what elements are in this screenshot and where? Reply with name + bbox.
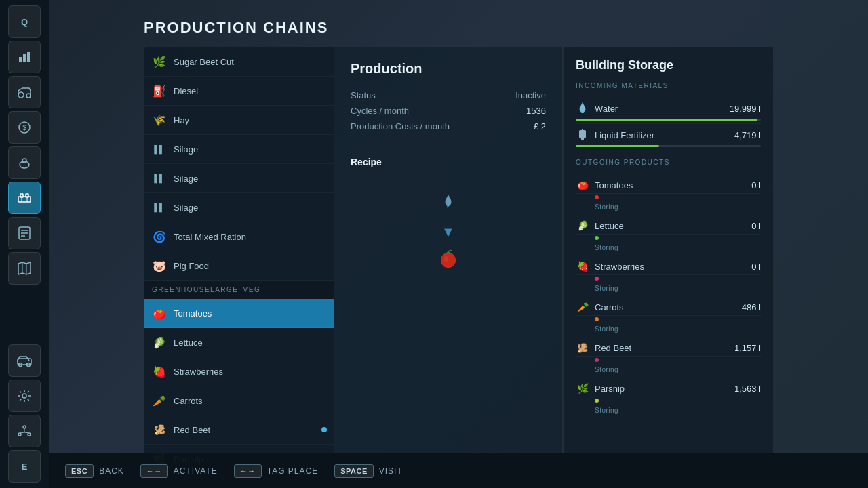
list-panel: 🌿 Sugar Beet Cut ⛽ Diesel 🌾 Hay ▌▌ Silag… (144, 47, 334, 474)
svg-rect-1 (23, 54, 26, 62)
sidebar-btn-e[interactable]: E (8, 450, 41, 483)
list-item-silage2[interactable]: ▌▌ Silage (144, 164, 334, 193)
recipe-input-icon (435, 192, 462, 219)
outgoing-header: OUTGOING PRODUCTS (576, 159, 761, 169)
list-item-pig-food[interactable]: 🐷 Pig Food (144, 251, 334, 281)
storage-title: Building Storage (576, 58, 761, 73)
costs-value: £ 2 (534, 121, 546, 131)
fertilizer-progress-fill (576, 145, 659, 147)
svg-rect-20 (18, 359, 31, 365)
tomatoes-out-name: Tomatoes (595, 180, 633, 190)
carrots-progress-row (576, 316, 761, 325)
sidebar-btn-settings[interactable] (8, 380, 41, 412)
list-item-tomatoes[interactable]: 🍅 Tomatoes (144, 299, 334, 328)
carrots-icon: 🥕 (152, 393, 167, 408)
sidebar-btn-production[interactable] (8, 182, 41, 214)
recipe-area: ▼ (351, 178, 546, 286)
parsnip-progress-row (576, 397, 761, 407)
list-item-strawberries[interactable]: 🍓 Strawberries (144, 357, 334, 386)
outgoing-tomatoes: 🍅 Tomatoes 0 l (576, 174, 761, 194)
sidebar-btn-q[interactable]: Q (8, 5, 41, 38)
outgoing-section: OUTGOING PRODUCTS 🍅 Tomatoes 0 l Storing (576, 159, 761, 418)
outgoing-carrots: 🥕 Carrots 486 l (576, 296, 761, 316)
hay-icon: 🌾 (152, 113, 167, 127)
stat-costs: Production Costs / month £ 2 (351, 121, 546, 131)
action-visit: SPACE VISIT (334, 464, 403, 478)
activate-key[interactable]: ←→ (140, 464, 168, 478)
outgoing-lettuce: 🥬 Lettuce 0 l (576, 215, 761, 235)
carrots-out-icon: 🥕 (576, 300, 589, 314)
back-label: BACK (99, 466, 124, 476)
parsnip-out-value: 1,563 l (734, 384, 761, 394)
list-item-total-mixed-ration[interactable]: 🌀 Total Mixed Ration (144, 222, 334, 251)
sidebar-btn-tasks[interactable] (8, 217, 41, 249)
list-item-sugar-beet-cut[interactable]: 🌿 Sugar Beet Cut (144, 47, 334, 77)
sidebar-btn-map[interactable] (8, 252, 41, 285)
incoming-fertilizer: Liquid Fertilizer 4,719 l (576, 124, 761, 150)
recipe-title: Recipe (351, 157, 546, 167)
list-item-silage1[interactable]: ▌▌ Silage (144, 135, 334, 164)
production-panel: Production Status Inactive Cycles / mont… (334, 47, 563, 474)
red-beet-progress-row (576, 357, 761, 366)
parsnip-storing: Storing (576, 407, 761, 418)
sidebar-btn-money[interactable]: $ (8, 111, 41, 144)
list-item-silage3[interactable]: ▌▌ Silage (144, 193, 334, 222)
action-activate: ←→ ACTIVATE (140, 464, 218, 478)
red-beet-icon: 🫚 (152, 422, 167, 437)
esc-key[interactable]: ESC (65, 464, 94, 478)
sidebar-btn-animals[interactable] (8, 146, 41, 179)
carrots-out-value: 486 l (742, 302, 761, 312)
red-beet-out-value: 1,157 l (734, 343, 761, 353)
list-item-carrots[interactable]: 🥕 Carrots (144, 386, 334, 415)
recipe-arrow-icon: ▼ (441, 224, 455, 240)
list-item-diesel[interactable]: ⛽ Diesel (144, 77, 334, 106)
sidebar-btn-network[interactable] (8, 415, 41, 447)
water-left: Water (576, 102, 618, 115)
strawberries-out-value: 0 l (751, 262, 761, 272)
lettuce-icon: 🥬 (152, 335, 167, 350)
water-icon (576, 102, 589, 115)
diesel-icon: ⛽ (152, 83, 167, 98)
lettuce-left: 🥬 Lettuce (576, 219, 624, 232)
recipe-output-icon (435, 245, 462, 272)
fertilizer-left: Liquid Fertilizer (576, 128, 654, 142)
parsnip-dot (595, 399, 599, 403)
carrots-left: 🥕 Carrots (576, 300, 624, 314)
list-item-hay[interactable]: 🌾 Hay (144, 106, 334, 135)
divider (351, 148, 546, 148)
page-title: PRODUCTION CHAINS (49, 0, 868, 47)
water-progress-bg (576, 119, 761, 121)
list-item-lettuce[interactable]: 🥬 Lettuce (144, 328, 334, 357)
water-value: 19,999 l (730, 104, 761, 114)
sidebar-btn-stats[interactable] (8, 41, 41, 73)
strawberries-out-icon: 🍓 (576, 260, 589, 273)
red-beet-out-icon: 🫚 (576, 341, 589, 354)
sidebar-btn-tractor[interactable] (8, 76, 41, 108)
lettuce-progress-row (576, 235, 761, 244)
tomatoes-dot (595, 195, 599, 199)
tag-key[interactable]: ←→ (234, 464, 262, 478)
strawberries-storing: Storing (576, 285, 761, 296)
parsnip-out-icon: 🌿 (576, 382, 589, 395)
svg-rect-2 (27, 52, 30, 62)
fertilizer-name: Liquid Fertilizer (595, 130, 654, 140)
strawberries-dot (595, 277, 599, 281)
red-beet-dot (321, 427, 327, 432)
lettuce-dot (595, 236, 599, 240)
incoming-header: INCOMING MATERIALS (576, 82, 761, 92)
carrots-dot (595, 317, 599, 321)
silage2-icon: ▌▌ (152, 171, 167, 186)
outgoing-parsnip: 🌿 Parsnip 1,563 l (576, 378, 761, 397)
action-tag-place: ←→ TAG PLACE (234, 464, 318, 478)
red-beet-left: 🫚 Red Beet (576, 341, 631, 354)
silage1-icon: ▌▌ (152, 142, 167, 157)
space-key[interactable]: SPACE (334, 464, 374, 478)
tomatoes-out-value: 0 l (751, 180, 761, 190)
stat-cycles: Cycles / month 1536 (351, 106, 546, 116)
svg-point-4 (26, 94, 31, 98)
tomatoes-progress-row (576, 194, 761, 203)
sidebar-btn-vehicles2[interactable] (8, 344, 41, 377)
red-beet-storing: Storing (576, 366, 761, 378)
content-row: 🌿 Sugar Beet Cut ⛽ Diesel 🌾 Hay ▌▌ Silag… (49, 47, 868, 488)
list-item-red-beet[interactable]: 🫚 Red Beet (144, 415, 334, 445)
